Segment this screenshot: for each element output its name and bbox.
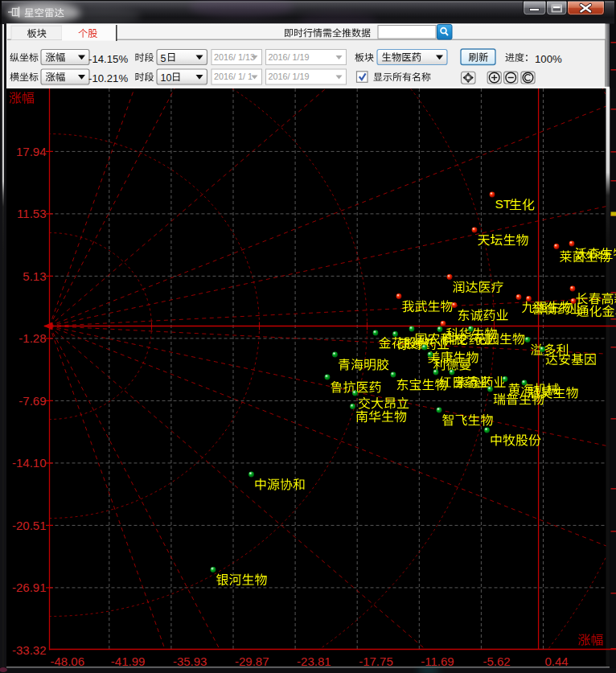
svg-text:-14.15%: -14.15% — [88, 53, 128, 65]
svg-text:-29.87: -29.87 — [235, 655, 269, 668]
svg-text:10: 10 — [161, 72, 172, 84]
svg-text:5.13: 5.13 — [23, 269, 46, 283]
svg-text:11.53: 11.53 — [17, 207, 46, 220]
svg-text:ST: ST — [495, 197, 511, 211]
svg-text:2016/ 1/19: 2016/ 1/19 — [269, 52, 310, 62]
svg-text:-23.81: -23.81 — [297, 655, 331, 668]
svg-text:-35.93: -35.93 — [173, 655, 207, 668]
svg-text:-41.99: -41.99 — [111, 655, 146, 668]
svg-text:-17.75: -17.75 — [359, 655, 393, 668]
svg-text:-20.51: -20.51 — [12, 519, 47, 532]
svg-text:2016/ 1/ 1: 2016/ 1/ 1 — [214, 72, 253, 81]
svg-text:-10.21%: -10.21% — [88, 72, 128, 84]
svg-text:2016/ 1/19: 2016/ 1/19 — [269, 72, 310, 81]
svg-text:-7.69: -7.69 — [18, 394, 46, 408]
svg-text:-14.10: -14.10 — [12, 456, 47, 470]
svg-text:5: 5 — [161, 53, 166, 64]
svg-text:-11.69: -11.69 — [421, 655, 454, 668]
svg-text:17.94: 17.94 — [16, 145, 47, 158]
svg-text:0.44: 0.44 — [545, 655, 569, 668]
svg-text:-33.32: -33.32 — [12, 643, 47, 657]
svg-text:-1.28: -1.28 — [18, 331, 46, 345]
svg-text:100%: 100% — [535, 53, 562, 65]
svg-text:-26.91: -26.91 — [12, 581, 47, 594]
svg-text:2016/ 1/13: 2016/ 1/13 — [214, 52, 255, 62]
svg-text:-48.06: -48.06 — [51, 655, 85, 668]
svg-text:-5.62: -5.62 — [483, 655, 510, 668]
